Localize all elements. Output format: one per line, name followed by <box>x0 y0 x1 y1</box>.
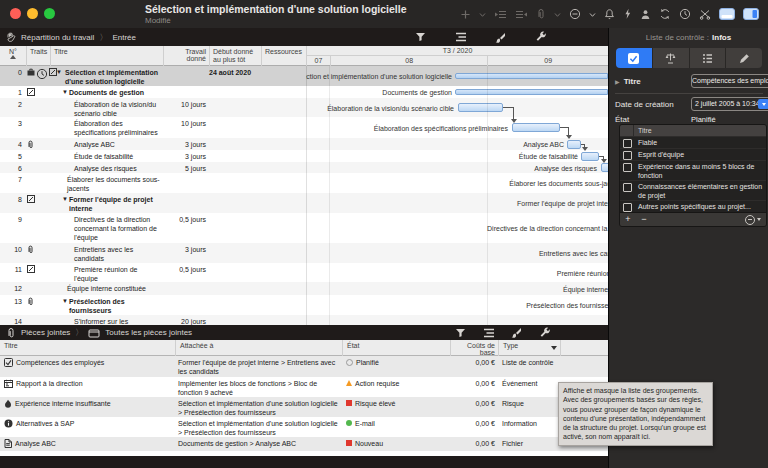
breadcrumb-attachments[interactable]: Pièces jointes <box>21 328 70 337</box>
lightning-icon[interactable] <box>623 8 632 20</box>
wrench-icon[interactable] <box>535 31 547 43</box>
outline-row[interactable]: 2Élaboration de la vision/du scénario ci… <box>0 98 608 117</box>
attachment-row[interactable]: Rapport à la directionImplémenter les bl… <box>0 377 608 397</box>
disclosure-triangle-icon[interactable]: ▼ <box>56 68 62 77</box>
gantt-task-bar[interactable] <box>567 140 581 149</box>
date-dropdown-button[interactable] <box>758 99 768 109</box>
sync-icon[interactable] <box>659 8 671 20</box>
column-header-work[interactable]: Travail donné <box>163 46 209 66</box>
clock-icon[interactable] <box>679 8 691 20</box>
disclosure-triangle-icon[interactable]: ▼ <box>62 88 68 97</box>
inspector-tab-checkbox[interactable] <box>616 48 653 68</box>
gantt-task-bar[interactable] <box>601 163 608 172</box>
chevron-down-icon[interactable] <box>589 9 596 20</box>
attachments-column-state[interactable]: État <box>342 340 450 356</box>
checkbox-unchecked-icon[interactable] <box>623 139 632 148</box>
outline-row[interactable]: 6Analyse des risques5 joursAnalyse des r… <box>0 162 608 173</box>
column-header-number[interactable]: N° <box>0 46 26 66</box>
remove-item-button[interactable]: − <box>636 213 652 226</box>
gantt-group-bar[interactable] <box>455 73 608 79</box>
circle-minus-icon[interactable] <box>569 8 581 20</box>
chevron-down-icon[interactable] <box>479 9 486 20</box>
column-header-resources[interactable]: Ressources <box>261 46 306 66</box>
outline-row[interactable]: 8▼Former l'équipe de projet interneForme… <box>0 193 608 213</box>
checkbox-unchecked-icon[interactable] <box>623 203 632 212</box>
checkbox-unchecked-icon[interactable] <box>623 163 632 172</box>
zoom-window-button[interactable] <box>44 8 55 19</box>
checklist-item[interactable]: Expérience dans au moins 5 blocs de fonc… <box>620 160 766 180</box>
checklist-header: Titre <box>620 125 766 136</box>
inspector-title-field[interactable]: Compétences des employés <box>691 74 768 88</box>
outline-row[interactable]: 13▼Présélection des fournisseursPrésélec… <box>0 295 608 315</box>
plus-icon[interactable] <box>460 9 471 20</box>
outline-row[interactable]: 7Élaborer les documents sous-jacentsÉlab… <box>0 173 608 193</box>
brush-icon[interactable] <box>495 32 506 43</box>
filter-icon[interactable] <box>455 328 466 338</box>
checklist-item[interactable]: Connaissances élémentaires en gestion de… <box>620 180 766 200</box>
checkbox-unchecked-icon[interactable] <box>623 151 632 160</box>
outline-row[interactable]: 12Équipe interne constituéeÉquipe intern… <box>0 282 608 295</box>
gantt-task-bar[interactable] <box>581 152 599 161</box>
attachment-title: Alternatives à SAP <box>16 419 74 428</box>
gantt-task-bar[interactable] <box>458 103 503 112</box>
gantt-task-bar[interactable] <box>512 123 560 132</box>
inspector-tab-resources[interactable] <box>653 48 690 68</box>
attachment-row[interactable]: Alternatives à SAPSélection et implément… <box>0 417 608 437</box>
inspector-tab-list[interactable] <box>690 48 727 68</box>
grouping-icon[interactable] <box>483 328 495 338</box>
outline-row[interactable]: 4Analyse ABC3 joursAnalyse ABC <box>0 138 608 150</box>
breadcrumb-all-attachments[interactable]: Toutes les pièces jointes <box>105 328 192 337</box>
outline-row[interactable]: 10Entretiens avec les candidats3 joursEn… <box>0 243 608 263</box>
paperclip-icon[interactable] <box>536 8 546 20</box>
bell-icon[interactable] <box>604 8 615 20</box>
checklist-item-label: Fiable <box>635 137 659 148</box>
wrench-icon[interactable] <box>539 327 551 339</box>
outdent-icon[interactable] <box>515 9 528 20</box>
close-window-button[interactable] <box>10 8 21 19</box>
checklist-item[interactable]: Autres points spécifiques au projet... <box>620 200 766 212</box>
panel-right-icon[interactable] <box>743 8 759 20</box>
attachments-column-cost[interactable]: Coûts de base planifiés <box>450 340 498 356</box>
grouping-icon[interactable] <box>455 32 467 42</box>
column-header-title[interactable]: Titre <box>50 46 163 66</box>
checklist-header-title[interactable]: Titre <box>634 125 652 136</box>
outline-row[interactable]: 0▼Sélection et implémentation d'une solu… <box>0 66 608 86</box>
indent-icon[interactable] <box>494 9 507 20</box>
state-label: Action requise <box>355 379 399 388</box>
attachments-column-title[interactable]: Titre <box>0 340 175 356</box>
attachments-column-attached[interactable]: Attachée à <box>175 340 342 356</box>
row-traits <box>27 150 49 162</box>
disclosure-triangle-icon[interactable]: ▼ <box>62 195 68 204</box>
brush-icon[interactable] <box>511 327 522 338</box>
chevron-down-icon[interactable] <box>554 9 561 20</box>
outline-row[interactable]: 1▼Documents de gestionDocuments de gesti… <box>0 86 608 98</box>
disclosure-triangle-icon[interactable]: ▼ <box>62 297 68 306</box>
outline-row[interactable]: 14S'informer sur les20 jours <box>0 315 608 325</box>
filter-icon[interactable] <box>415 32 426 42</box>
attachment-attached-to: Implémenter les blocs de fonctions > Blo… <box>178 377 340 397</box>
attachment-row[interactable]: Expérience interne insuffisanteSélection… <box>0 397 608 417</box>
column-header-start[interactable]: Début donné au plus tôt <box>209 46 261 66</box>
checkbox-unchecked-icon[interactable] <box>623 183 632 192</box>
disclosure-triangle-icon[interactable]: ▶ <box>615 78 620 85</box>
row-traits <box>27 243 49 263</box>
action-menu-button[interactable] <box>745 215 761 225</box>
breadcrumb-subview[interactable]: Entrée <box>112 33 136 42</box>
panel-bottom-icon[interactable] <box>719 8 735 20</box>
outline-row[interactable]: 11Première réunion de l'équipe0,5 joursP… <box>0 263 608 282</box>
minimize-window-button[interactable] <box>27 8 38 19</box>
attachment-row[interactable]: Analyse ABCDocuments de gestion > Analys… <box>0 437 608 451</box>
scissors-icon[interactable] <box>699 9 711 20</box>
inspector-tab-pencil[interactable] <box>726 48 762 68</box>
attachment-row[interactable]: Compétences des employésFormer l'équipe … <box>0 356 608 377</box>
breadcrumb-view[interactable]: Répartition du travail <box>21 33 94 42</box>
checklist-item[interactable]: Esprit d'équipe <box>620 148 766 160</box>
column-header-traits[interactable]: Traits <box>26 46 50 66</box>
person-icon[interactable] <box>640 9 651 20</box>
gantt-group-bar[interactable] <box>455 89 608 95</box>
add-item-button[interactable]: + <box>620 213 636 226</box>
checklist-item[interactable]: Fiable <box>620 136 766 148</box>
inspector-date-field[interactable]: 2 juillet 2005 à 10:34 <box>691 97 768 111</box>
outline-row[interactable]: 5Étude de faisabilité3 joursÉtude de fai… <box>0 150 608 162</box>
outline-row[interactable]: 9Directives de la direction concernant l… <box>0 213 608 243</box>
